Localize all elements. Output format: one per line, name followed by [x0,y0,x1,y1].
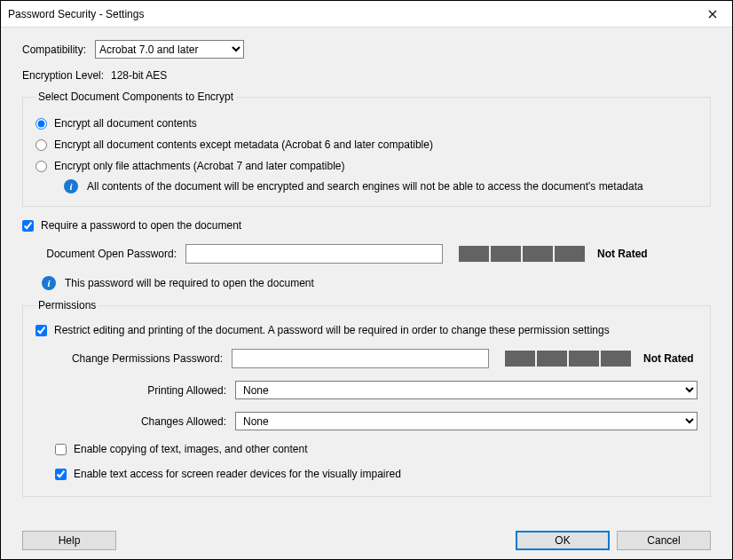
permissions-legend: Permissions [35,299,99,312]
require-open-password-label: Require a password to open the document [41,219,241,232]
titlebar: Password Security - Settings [1,1,732,28]
encrypt-option-attachments[interactable]: Encrypt only file attachments (Acrobat 7… [35,160,698,172]
encryption-level-label: Encryption Level: [22,69,111,82]
printing-allowed-select[interactable]: None [235,381,698,399]
permissions-password-row: Change Permissions Password: Not Rated [59,349,698,368]
permissions-password-strength-meter [505,351,631,367]
compatibility-label: Compatibility: [22,43,86,56]
encrypt-components-legend: Select Document Components to Encrypt [35,91,236,103]
strength-box [523,246,553,262]
restrict-editing-label: Restrict editing and printing of the doc… [54,324,610,336]
enable-screen-reader-checkbox[interactable] [55,469,67,480]
encrypt-option-attachments-radio[interactable] [35,161,47,172]
require-open-password-checkbox[interactable] [22,220,34,232]
info-icon: i [64,179,78,193]
open-password-info-row: i This password will be required to open… [42,276,711,290]
changes-allowed-label: Changes Allowed: [35,415,226,428]
permissions-password-input[interactable] [232,349,489,368]
enable-copying-row[interactable]: Enable copying of text, images, and othe… [55,443,698,455]
enable-copying-checkbox[interactable] [55,444,67,455]
encrypt-components-group: Select Document Components to Encrypt En… [22,91,711,207]
close-icon [708,10,717,19]
help-button[interactable]: Help [22,531,116,550]
info-icon: i [42,276,56,290]
open-password-strength-meter [459,246,585,262]
strength-box [569,351,599,367]
strength-box [601,351,631,367]
permissions-group: Permissions Restrict editing and printin… [22,299,711,497]
compatibility-row: Compatibility: Acrobat 7.0 and later [22,40,711,59]
ok-button[interactable]: OK [516,531,610,550]
dialog-content: Compatibility: Acrobat 7.0 and later Enc… [1,28,732,559]
restrict-editing-checkbox[interactable] [35,325,47,336]
printing-allowed-label: Printing Allowed: [35,384,226,397]
strength-box [555,246,585,262]
encryption-level-value: 128-bit AES [111,69,167,82]
strength-box [459,246,489,262]
permissions-password-label: Change Permissions Password: [59,352,223,365]
changes-allowed-row: Changes Allowed: None [35,412,698,430]
permissions-password-rating: Not Rated [643,352,694,365]
printing-allowed-row: Printing Allowed: None [35,381,698,399]
encrypt-option-except-metadata[interactable]: Encrypt all document contents except met… [35,138,698,151]
require-open-password-row[interactable]: Require a password to open the document [22,219,711,232]
enable-screen-reader-row[interactable]: Enable text access for screen reader dev… [55,468,698,480]
encrypt-option-except-metadata-label: Encrypt all document contents except met… [54,138,433,151]
open-password-info-text: This password will be required to open t… [65,277,314,289]
strength-box [505,351,535,367]
window-title: Password Security - Settings [8,8,144,20]
encrypt-option-all-radio[interactable] [35,118,47,130]
document-open-password-row: Document Open Password: Not Rated [42,244,711,264]
encrypt-option-attachments-label: Encrypt only file attachments (Acrobat 7… [54,160,345,172]
encrypt-info-text: All contents of the document will be enc… [87,180,643,193]
dialog-button-bar: Help OK Cancel [22,520,711,550]
strength-box [537,351,567,367]
strength-box [491,246,521,262]
cancel-button[interactable]: Cancel [617,531,711,550]
encrypt-option-except-metadata-radio[interactable] [35,139,47,151]
enable-copying-label: Enable copying of text, images, and othe… [74,443,308,455]
enable-screen-reader-label: Enable text access for screen reader dev… [74,468,401,480]
encrypt-option-all[interactable]: Encrypt all document contents [35,117,698,130]
compatibility-select[interactable]: Acrobat 7.0 and later [95,40,244,59]
encrypt-info-row: i All contents of the document will be e… [64,177,698,193]
document-open-password-label: Document Open Password: [42,248,177,260]
open-password-rating: Not Rated [597,248,648,260]
encryption-level-row: Encryption Level: 128-bit AES [22,69,711,82]
restrict-editing-row[interactable]: Restrict editing and printing of the doc… [35,324,698,336]
changes-allowed-select[interactable]: None [235,412,698,430]
close-button[interactable] [692,1,732,28]
encrypt-option-all-label: Encrypt all document contents [54,117,197,130]
document-open-password-input[interactable] [185,244,443,264]
